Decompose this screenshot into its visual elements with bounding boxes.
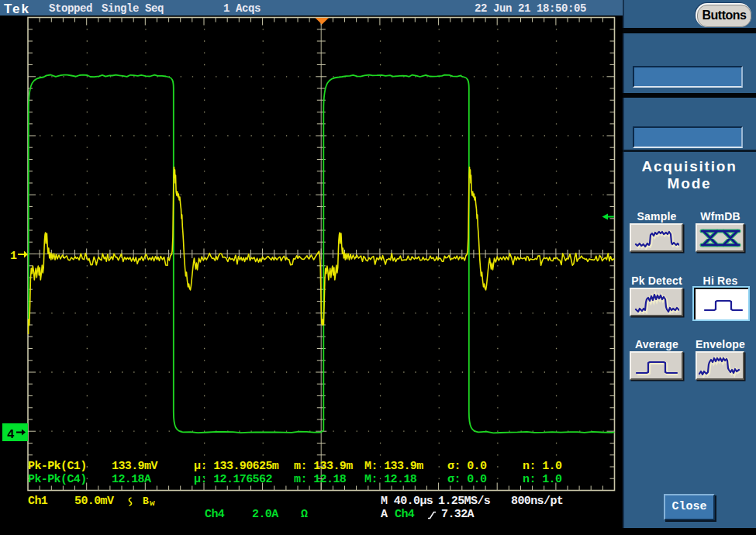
svg-text:4: 4 bbox=[7, 428, 15, 442]
svg-text:1: 1 bbox=[10, 250, 17, 263]
